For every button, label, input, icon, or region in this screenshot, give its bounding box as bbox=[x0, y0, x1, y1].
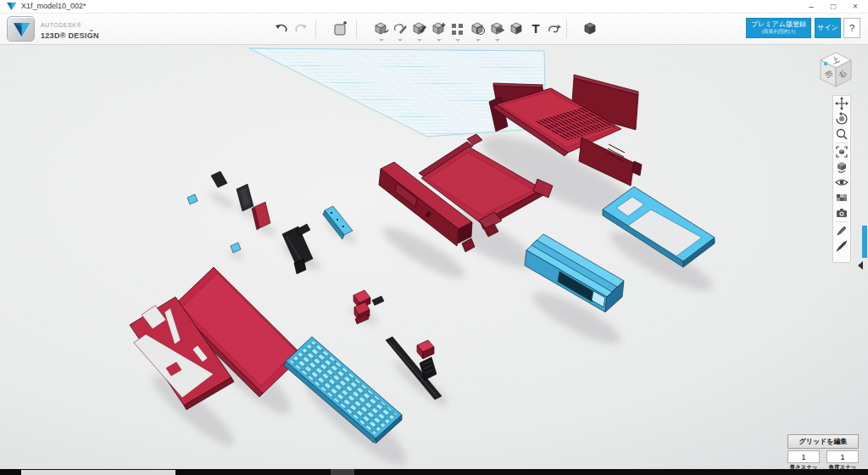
dropdown-caret-icon bbox=[495, 39, 500, 42]
app-logo-badge[interactable] bbox=[7, 16, 35, 42]
minimize-icon[interactable]: – bbox=[802, 0, 821, 13]
tool-pattern-icon[interactable] bbox=[449, 20, 466, 37]
tool-text-icon[interactable]: T bbox=[527, 20, 544, 37]
zoom-icon[interactable] bbox=[833, 126, 850, 142]
orbit-icon[interactable] bbox=[833, 111, 850, 126]
main-toolbar: AUTODESK® 123D® DESIGN ⌄ bbox=[0, 14, 868, 45]
nav-divider bbox=[836, 142, 848, 143]
length-snap-input[interactable] bbox=[787, 450, 820, 463]
app-window: X1f_model10_002* – □ × AUTODESK® 123D® D… bbox=[0, 0, 868, 475]
tool-construct-icon[interactable] bbox=[411, 20, 428, 37]
panel-scrollbar[interactable] bbox=[862, 226, 867, 258]
visibility-icon[interactable] bbox=[833, 175, 850, 190]
premium-signup-button[interactable]: プレミアム版登録 (商業利用向け) bbox=[746, 18, 811, 38]
tool-export-icon[interactable] bbox=[582, 20, 599, 37]
dropdown-caret-icon bbox=[455, 39, 460, 42]
view-cube-highlight bbox=[824, 62, 827, 65]
tool-snap-icon[interactable] bbox=[546, 20, 563, 37]
toolbar-separator bbox=[356, 20, 357, 38]
premium-sublabel: (商業利用向け) bbox=[747, 28, 810, 35]
sign-in-button[interactable]: サインイン bbox=[815, 18, 841, 38]
window-title: X1f_model10_002* bbox=[21, 2, 86, 10]
pan-icon[interactable] bbox=[833, 96, 850, 111]
toolbar-separator bbox=[315, 20, 316, 38]
collapse-panel-icon[interactable] bbox=[858, 261, 863, 270]
brand-company: AUTODESK® bbox=[41, 22, 81, 28]
angle-snap-input[interactable] bbox=[826, 450, 859, 463]
logo-triangle-icon bbox=[8, 17, 36, 42]
tool-combine-icon[interactable] bbox=[489, 20, 506, 37]
dropdown-caret-icon bbox=[476, 39, 481, 42]
look-at-icon[interactable] bbox=[833, 159, 850, 175]
dropdown-caret-icon bbox=[417, 39, 422, 42]
tool-modify-icon[interactable] bbox=[431, 20, 448, 37]
dropdown-caret-icon bbox=[398, 39, 403, 42]
redo-icon[interactable] bbox=[292, 20, 309, 37]
viewport-canvas[interactable] bbox=[0, 45, 868, 469]
undo-icon[interactable] bbox=[273, 20, 290, 37]
screenshot-icon[interactable] bbox=[833, 205, 850, 221]
tool-sketch-icon[interactable] bbox=[392, 20, 409, 37]
toolbar-separator bbox=[566, 20, 567, 38]
view-toolbar bbox=[832, 95, 851, 263]
nav-divider bbox=[836, 221, 848, 222]
svg-text:T: T bbox=[531, 21, 539, 36]
hide-sketches-icon[interactable] bbox=[833, 238, 850, 254]
tool-primitives-icon[interactable] bbox=[373, 20, 390, 37]
close-icon[interactable]: × bbox=[846, 0, 865, 13]
fit-view-icon[interactable] bbox=[833, 144, 850, 159]
tool-insert-icon[interactable] bbox=[332, 20, 349, 37]
chevron-down-icon[interactable]: ⌄ bbox=[88, 25, 95, 33]
edit-grid-button[interactable]: グリッドを編集 bbox=[787, 434, 859, 449]
taskbar-item[interactable] bbox=[21, 470, 175, 475]
app-logo-icon bbox=[7, 3, 16, 11]
show-sketches-icon[interactable] bbox=[833, 223, 850, 238]
premium-label: プレミアム版登録 bbox=[747, 20, 810, 28]
titlebar: X1f_model10_002* – □ × bbox=[0, 0, 868, 14]
help-button[interactable]: ? bbox=[843, 18, 860, 38]
dropdown-caret-icon bbox=[379, 39, 384, 42]
maximize-icon[interactable]: □ bbox=[824, 0, 843, 13]
taskbar-item[interactable] bbox=[331, 469, 354, 475]
view-cube[interactable]: 上 前 右 bbox=[814, 48, 858, 92]
dropdown-caret-icon bbox=[437, 39, 442, 42]
tool-material-icon[interactable] bbox=[509, 20, 526, 37]
material-icon[interactable] bbox=[833, 190, 850, 205]
tool-grouping-icon[interactable] bbox=[470, 20, 487, 37]
